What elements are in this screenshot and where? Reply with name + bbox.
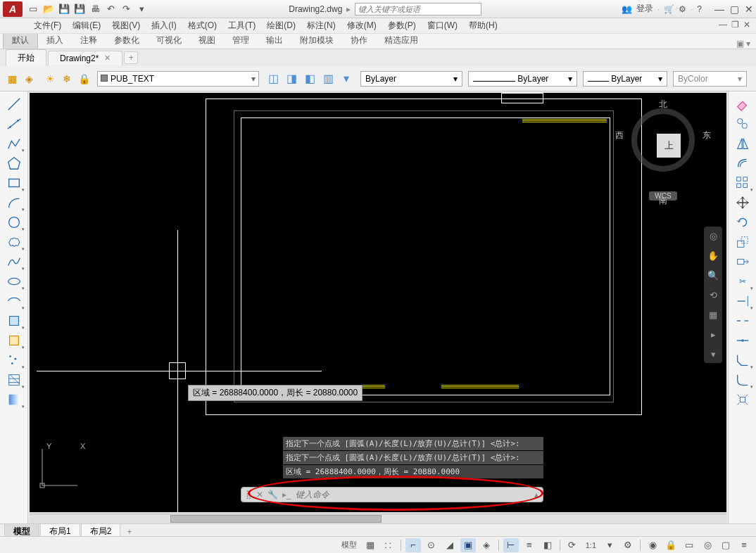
ribbon-tab-output[interactable]: 输出 bbox=[258, 32, 291, 49]
nav-play-icon[interactable]: ▸ bbox=[707, 328, 719, 341]
menu-modify[interactable]: 修改(M) bbox=[347, 20, 377, 32]
ribbon-tab-featured[interactable]: 精选应用 bbox=[376, 32, 427, 49]
help-search-input[interactable] bbox=[355, 3, 481, 15]
status-isodraft-icon[interactable]: ◢ bbox=[442, 538, 458, 552]
command-input[interactable] bbox=[296, 490, 530, 500]
lineweight-dropdown[interactable]: ByLayer ▾ bbox=[583, 71, 667, 87]
menu-insert[interactable]: 插入(I) bbox=[151, 20, 176, 32]
menu-help[interactable]: 帮助(H) bbox=[469, 20, 498, 32]
nav-more-icon[interactable]: ▾ bbox=[707, 348, 719, 360]
nav-pan-icon[interactable]: ✋ bbox=[707, 249, 719, 262]
open-icon[interactable]: 📂 bbox=[42, 3, 55, 15]
qat-dropdown-icon[interactable]: ▾ bbox=[135, 3, 148, 15]
app-exchange-icon[interactable]: ⚙ bbox=[679, 4, 686, 14]
menu-tools[interactable]: 工具(T) bbox=[228, 20, 256, 32]
ribbon-tab-manage[interactable]: 管理 bbox=[224, 32, 258, 49]
doc-close-button[interactable]: ✕ bbox=[743, 20, 750, 30]
layer-freeze-icon[interactable]: ❄ bbox=[59, 71, 75, 87]
status-clean-icon[interactable]: ▢ bbox=[718, 538, 733, 552]
erase-tool[interactable] bbox=[732, 94, 753, 114]
circle-tool[interactable]: ▾ bbox=[4, 212, 25, 232]
hatch-tool[interactable]: ▾ bbox=[4, 370, 25, 390]
file-tab-add-button[interactable]: + bbox=[124, 51, 138, 64]
status-otrack-icon[interactable]: ⊢ bbox=[503, 538, 519, 552]
ribbon-tab-collaborate[interactable]: 协作 bbox=[342, 32, 376, 49]
revcloud-tool[interactable]: ▾ bbox=[4, 232, 25, 252]
signin-button[interactable]: 登录 bbox=[636, 3, 653, 15]
ribbon-tab-view[interactable]: 视图 bbox=[190, 32, 224, 49]
viewcube-top-face[interactable]: 上 bbox=[657, 134, 681, 158]
polygon-tool[interactable] bbox=[4, 153, 25, 173]
status-transparency-icon[interactable]: ◧ bbox=[540, 538, 555, 552]
color-dropdown[interactable]: ByLayer ▾ bbox=[360, 71, 462, 87]
status-polar-icon[interactable]: ⊙ bbox=[424, 538, 439, 552]
ribbon-tab-insert[interactable]: 插入 bbox=[38, 32, 72, 49]
layer-lock-icon[interactable]: 🔒 bbox=[76, 71, 92, 87]
nav-orbit-icon[interactable]: ⟲ bbox=[707, 288, 719, 301]
save-icon[interactable]: 💾 bbox=[58, 3, 70, 15]
menu-draw[interactable]: 绘图(D) bbox=[267, 20, 296, 32]
spline-tool[interactable]: ▾ bbox=[4, 252, 25, 272]
point-tool[interactable]: ▾ bbox=[4, 350, 25, 370]
copy-tool[interactable] bbox=[732, 114, 753, 134]
make-block-tool[interactable]: ▾ bbox=[4, 331, 25, 350]
layer-sun-icon[interactable]: ☀ bbox=[42, 71, 58, 87]
saveas-icon[interactable]: 💾 bbox=[73, 3, 86, 15]
file-tab-drawing2[interactable]: Drawing2*✕ bbox=[48, 51, 122, 65]
move-tool[interactable] bbox=[732, 193, 753, 212]
cmd-close-icon[interactable]: ✕ bbox=[256, 490, 263, 500]
cmd-config-icon[interactable]: 🔧 bbox=[267, 490, 278, 500]
minimize-button[interactable]: — bbox=[714, 4, 724, 15]
break-tool[interactable] bbox=[732, 311, 753, 331]
status-model[interactable]: 模型 bbox=[339, 540, 360, 550]
menu-edit[interactable]: 编辑(E) bbox=[73, 20, 101, 32]
stretch-tool[interactable] bbox=[732, 252, 753, 272]
polyline-tool[interactable]: ▾ bbox=[4, 134, 25, 153]
line-tool[interactable] bbox=[4, 94, 25, 114]
ribbon-collapse-button[interactable]: ▣ ▾ bbox=[736, 39, 750, 49]
status-grid-icon[interactable]: ▦ bbox=[363, 538, 378, 552]
menu-view[interactable]: 视图(V) bbox=[112, 20, 140, 32]
ellipse-arc-tool[interactable]: ▾ bbox=[4, 291, 25, 311]
status-gear-icon[interactable]: ⚙ bbox=[620, 538, 636, 552]
chamfer-tool[interactable]: ▾ bbox=[732, 350, 753, 370]
layer-match-icon[interactable]: ◫ bbox=[265, 70, 282, 87]
status-osnap-icon[interactable]: ▣ bbox=[460, 538, 476, 552]
gradient-tool[interactable]: ▾ bbox=[4, 390, 25, 409]
doc-restore-button[interactable]: ❐ bbox=[731, 20, 739, 30]
rectangle-tool[interactable]: ▾ bbox=[4, 173, 25, 193]
layer-properties-icon[interactable]: ▦ bbox=[4, 71, 20, 87]
plot-icon[interactable]: 🖶 bbox=[89, 3, 101, 15]
close-icon[interactable]: ✕ bbox=[104, 53, 111, 63]
status-scale[interactable]: 1:1 bbox=[583, 541, 599, 549]
infocenter-icon[interactable]: 👥 bbox=[622, 4, 632, 14]
scale-tool[interactable] bbox=[732, 232, 753, 252]
ellipse-tool[interactable]: ▾ bbox=[4, 272, 25, 291]
cart-icon[interactable]: 🛒 bbox=[664, 4, 674, 14]
menu-parametric[interactable]: 参数(P) bbox=[388, 20, 416, 32]
status-workspace-icon[interactable]: ◉ bbox=[645, 538, 660, 552]
drawing-canvas[interactable]: 区域 = 26888400.0000，周长 = 20880.0000 北 上 西… bbox=[30, 93, 726, 512]
linetype-dropdown[interactable]: ByLayer ▾ bbox=[468, 71, 577, 87]
nav-zoom-icon[interactable]: 🔍 bbox=[707, 269, 719, 281]
join-tool[interactable] bbox=[732, 331, 753, 350]
maximize-button[interactable]: ▢ bbox=[730, 4, 739, 15]
fillet-tool[interactable]: ▾ bbox=[732, 370, 753, 390]
status-ortho-icon[interactable]: ⌐ bbox=[405, 538, 421, 552]
new-icon[interactable]: ▭ bbox=[27, 3, 39, 15]
redo-icon[interactable]: ↷ bbox=[120, 3, 132, 15]
viewcube[interactable]: 北 上 西 东 南 WCS bbox=[628, 100, 698, 191]
help-icon[interactable]: ? bbox=[697, 4, 702, 14]
command-line[interactable]: ⣿ ✕ 🔧 ▸_ ▴ bbox=[241, 487, 543, 502]
ribbon-tab-default[interactable]: 默认 bbox=[3, 32, 38, 49]
xline-tool[interactable] bbox=[4, 114, 25, 134]
status-hardware-icon[interactable]: ▭ bbox=[681, 538, 697, 552]
rotate-tool[interactable] bbox=[732, 212, 753, 232]
doc-minimize-button[interactable]: — bbox=[719, 20, 727, 30]
app-logo[interactable]: A bbox=[3, 1, 23, 17]
layer-states-icon[interactable]: ◈ bbox=[21, 71, 37, 87]
status-lock-icon[interactable]: 🔒 bbox=[663, 538, 679, 552]
file-tab-start[interactable]: 开始 bbox=[6, 49, 46, 66]
layer-iso-icon[interactable]: ◨ bbox=[283, 70, 300, 87]
mirror-tool[interactable] bbox=[732, 134, 753, 153]
